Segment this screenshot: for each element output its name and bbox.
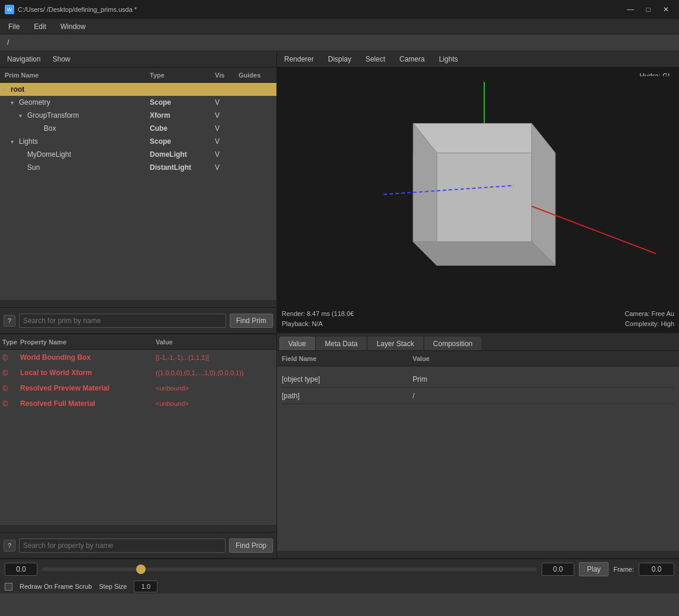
menu-edit[interactable]: Edit: [30, 21, 50, 32]
tree-row[interactable]: ▾ GroupTransform Xform V: [0, 109, 276, 122]
prop-value-resolved-full: <unbound>: [156, 400, 274, 407]
prim-search-input[interactable]: [19, 314, 226, 328]
prim-vis-grouptransform: V: [215, 111, 239, 120]
props-scrollbar: [0, 525, 276, 532]
list-item: [path] /: [282, 388, 674, 404]
right-inner: Renderer Display Select Camera Lights Hy…: [277, 51, 679, 558]
tab-navigation[interactable]: Navigation: [5, 54, 43, 64]
timeline-top: Play Frame:: [0, 559, 679, 580]
main-layout: Navigation Show Prim Name Type Vis Guide…: [0, 51, 679, 558]
timeline-thumb[interactable]: [136, 565, 146, 574]
prim-name-root: root: [11, 85, 150, 93]
prim-vis-mydomelight: V: [215, 150, 239, 159]
tree-row[interactable]: ▾ root: [0, 83, 276, 96]
tab-value[interactable]: Value: [279, 337, 315, 350]
step-size-input[interactable]: [134, 580, 157, 592]
viewport-toolbar: Renderer Display Select Camera Lights: [277, 51, 679, 67]
props-col-type: Type: [2, 338, 20, 346]
vp-menu-camera[interactable]: Camera: [397, 54, 427, 64]
app-icon: W: [5, 5, 14, 14]
meta-col-value: Value: [413, 355, 674, 362]
prop-value-world-bbox: [(-1,-1,-1)...(1,1,1)]: [156, 354, 274, 361]
camera-mode: Camera: Free Au: [625, 309, 674, 319]
prop-search-bar: ? Find Prop: [0, 532, 276, 558]
play-button[interactable]: Play: [579, 562, 609, 576]
prop-search-input[interactable]: [19, 538, 226, 553]
menu-file[interactable]: File: [5, 21, 23, 32]
render-info: Render: 8.47 ms (118.0€ Playback: N/A: [282, 309, 354, 328]
playback: Playback: N/A: [282, 319, 354, 329]
maximize-button[interactable]: □: [640, 4, 657, 15]
minimize-button[interactable]: —: [622, 4, 639, 15]
tree-row[interactable]: ▾ Geometry Scope V: [0, 96, 276, 109]
frame-input[interactable]: [639, 563, 674, 576]
prop-name-local-xform: Local to World Xform: [20, 369, 156, 377]
list-item[interactable]: © Resolved Preview Material <unbound>: [0, 380, 276, 396]
col-type: Type: [150, 72, 215, 79]
prop-search-help-button[interactable]: ?: [4, 540, 15, 552]
prop-name-resolved-full: Resolved Full Material: [20, 399, 156, 408]
meta-col-field: Field Name: [282, 355, 413, 362]
prim-vis-sun: V: [215, 163, 239, 172]
tab-show[interactable]: Show: [50, 54, 73, 64]
tree-arrow-grouptransform: ▾: [19, 112, 27, 119]
find-prop-button[interactable]: Find Prop: [229, 538, 273, 553]
vp-menu-lights[interactable]: Lights: [436, 54, 460, 64]
prim-search-help-button[interactable]: ?: [4, 315, 15, 327]
prim-vis-geometry: V: [215, 98, 239, 107]
tab-meta-data[interactable]: Meta Data: [316, 337, 366, 350]
vp-menu-renderer[interactable]: Renderer: [282, 54, 316, 64]
tab-composition[interactable]: Composition: [424, 337, 482, 350]
menu-window[interactable]: Window: [57, 21, 89, 32]
properties-section: Type Property Name Value © World Boundin…: [0, 333, 276, 558]
meta-field-path: [path]: [282, 392, 413, 400]
prim-vis-box: V: [215, 124, 239, 133]
tree-row[interactable]: ▾ Lights Scope V: [0, 135, 276, 148]
timeline-start-input[interactable]: [5, 563, 37, 576]
vp-menu-display[interactable]: Display: [326, 54, 353, 64]
meta-tab-bar: Value Meta Data Layer Stack Composition: [277, 333, 679, 351]
breadcrumb-path: /: [7, 38, 9, 47]
viewport-3d[interactable]: Hydra: GL: [277, 67, 679, 333]
prim-type-grouptransform: Xform: [150, 111, 215, 120]
meta-value-path: /: [413, 392, 674, 400]
list-item[interactable]: © World Bounding Box [(-1,-1,-1)...(1,1,…: [0, 350, 276, 365]
meta-field-object-type: [object type]: [282, 375, 413, 383]
prim-name-grouptransform: GroupTransform: [27, 111, 150, 120]
prim-name-lights: Lights: [19, 137, 150, 146]
timeline-bottom: Redraw On Frame Scrub Step Size: [0, 580, 679, 594]
list-item[interactable]: © Resolved Full Material <unbound>: [0, 396, 276, 411]
tree-row[interactable]: Sun DistantLight V: [0, 161, 276, 174]
meta-panel: Value Meta Data Layer Stack Composition …: [277, 333, 679, 558]
step-size-label: Step Size: [99, 583, 127, 590]
tree-row[interactable]: MyDomeLight DomeLight V: [0, 148, 276, 161]
timeline-slider[interactable]: [42, 567, 537, 571]
find-prim-button[interactable]: Find Prim: [230, 314, 273, 328]
window-controls: — □ ✕: [622, 4, 674, 15]
timeline-end-input[interactable]: [542, 563, 574, 576]
vp-menu-select[interactable]: Select: [363, 54, 387, 64]
render-time: Render: 8.47 ms (118.0€: [282, 309, 354, 319]
prop-type-icon: ©: [2, 369, 20, 378]
tree-row[interactable]: Box Cube V: [0, 122, 276, 135]
list-item[interactable]: © Local to World Xform ((1,0,0,0),(0,1,.…: [0, 365, 276, 380]
prop-type-icon: ©: [2, 384, 20, 393]
tab-layer-stack[interactable]: Layer Stack: [368, 337, 423, 350]
left-tab-bar: Navigation Show: [0, 51, 276, 67]
redraw-checkbox[interactable]: [5, 583, 12, 591]
prim-name-box: Box: [44, 124, 150, 133]
prim-type-sun: DistantLight: [150, 163, 215, 172]
close-button[interactable]: ✕: [658, 4, 674, 15]
prop-type-icon: ©: [2, 399, 20, 408]
props-col-name: Property Name: [20, 338, 156, 346]
prim-search-bar: ? Find Prim: [0, 307, 276, 333]
prim-name-sun: Sun: [27, 163, 150, 172]
frame-label: Frame:: [613, 566, 634, 573]
left-panel: Navigation Show Prim Name Type Vis Guide…: [0, 51, 277, 558]
meta-col-headers: Field Name Value: [277, 351, 679, 366]
prop-value-local-xform: ((1,0,0,0),(0,1,...,1,0),(0,0,0,1)): [156, 369, 274, 376]
prop-name-world-bbox: World Bounding Box: [20, 353, 156, 362]
scene-tree: ▾ root ▾ Geometry Scope V: [0, 83, 276, 300]
prop-type-icon: ©: [2, 353, 20, 362]
meta-value-object-type: Prim: [413, 375, 674, 383]
